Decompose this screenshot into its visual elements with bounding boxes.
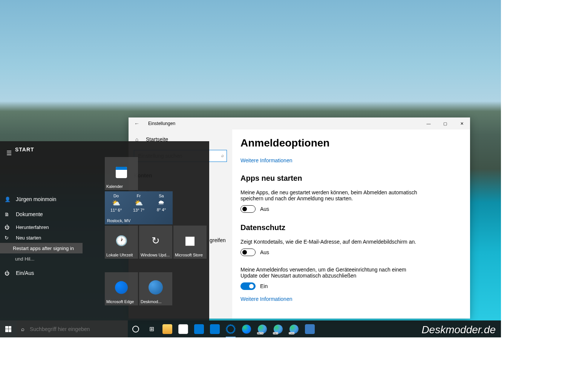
back-button[interactable]: ← (129, 117, 145, 130)
power-toggle[interactable]: ⏻ Ein/Aus (0, 265, 83, 281)
toggle-auto-finish-label: Ein (260, 283, 268, 289)
windows-logo-icon (5, 326, 11, 332)
taskbar-edge-dev[interactable] (270, 320, 286, 337)
clock-globe-icon: 🕐 (115, 235, 127, 247)
tile-label: Microsoft Edge (106, 299, 136, 304)
window-title: Einstellungen (148, 121, 175, 126)
taskbar-taskview[interactable]: ⊞ (144, 320, 159, 337)
edge-dev-icon (274, 325, 283, 334)
tile-windows-update[interactable]: ↻ Windows Upd... (139, 226, 172, 259)
apps-restart-desc: Meine Apps, die neu gestartet werden kön… (240, 189, 421, 201)
taskbar-store[interactable] (175, 320, 191, 337)
power-shutdown[interactable]: ⏻ Herunterfahren (0, 222, 83, 232)
tile-label: Deskmod... (141, 299, 171, 304)
user-icon: 👤 (5, 197, 11, 202)
titlebar: ← Einstellungen — ▢ ✕ (129, 117, 470, 130)
start-user[interactable]: 👤 Jürgen moinmoin (0, 192, 83, 207)
tile-label: Kalender (106, 184, 136, 189)
tile-deskmodder[interactable]: Deskmod... (139, 272, 172, 305)
edge-beta-icon (258, 325, 267, 334)
tile-label: Lokale Uhrzeit (106, 253, 136, 257)
page-title: Anmeldeoptionen (240, 137, 462, 149)
app-icon (305, 324, 315, 334)
power-restart-apps-label: Restart apps after signing in (13, 246, 74, 251)
start-help-fragment: und Hil... (0, 253, 83, 264)
taskbar-settings[interactable] (223, 320, 239, 337)
taskbar-explorer[interactable] (159, 320, 175, 337)
weather-icon: ⛅ (135, 199, 143, 207)
start-tiles: Kalender Do⛅11° 6° Fr⛅13° 7° Sa🌧8° 4° Ro… (105, 157, 207, 305)
tile-calendar[interactable]: Kalender (105, 157, 138, 190)
taskbar-search-input[interactable] (30, 326, 123, 332)
section-privacy: Datenschutz (240, 223, 462, 232)
settings-text-fragment: greifen (210, 237, 226, 243)
privacy-desc1: Zeigt Kontodetails, wie die E-Mail-Adres… (240, 239, 421, 245)
weather-icon: ⛅ (112, 199, 120, 207)
store-icon (178, 324, 188, 334)
taskbar-app[interactable] (302, 320, 318, 337)
taskbar-mail[interactable] (207, 320, 223, 337)
minimize-button[interactable]: — (420, 117, 437, 130)
power-restart[interactable]: ↻ Neu starten (0, 232, 83, 243)
weather-icon: 🌧 (158, 199, 165, 207)
watermark: Deskmodder.de (421, 324, 496, 336)
start-menu: START ☰ 👤 Jürgen moinmoin 🗎 Dokumente ⏻ … (0, 141, 209, 320)
start-user-label: Jürgen moinmoin (16, 196, 56, 202)
settings-content: Anmeldeoptionen Weitere Informationen Ap… (232, 130, 470, 319)
restart-icon: ↻ (5, 235, 11, 241)
outlook-icon (194, 324, 204, 334)
power-restart-label: Neu starten (16, 235, 41, 241)
update-icon: ↻ (152, 235, 160, 247)
power-icon: ⏻ (5, 270, 11, 276)
section-apps-restart: Apps neu starten (240, 174, 462, 183)
maximize-button[interactable]: ▢ (437, 117, 453, 130)
taskbar-cortana[interactable] (128, 320, 144, 337)
taskbar-edge[interactable] (239, 320, 254, 337)
tile-local-time[interactable]: 🕐 Lokale Uhrzeit (105, 226, 138, 259)
edge-canary-icon (289, 325, 299, 334)
tile-label: Microsoft Store (175, 253, 205, 257)
edge-icon (115, 281, 128, 294)
start-header: START (15, 146, 34, 153)
folder-icon (162, 324, 172, 334)
tile-edge[interactable]: Microsoft Edge (105, 272, 138, 305)
search-icon: ⌕ (21, 326, 25, 332)
taskbar-edge-beta[interactable] (254, 320, 270, 337)
taskbar-search[interactable]: ⌕ (17, 320, 128, 337)
weather-location: Rostock, MV (107, 218, 130, 223)
documents-icon: 🗎 (5, 212, 11, 217)
start-button[interactable] (0, 320, 17, 337)
store-icon (185, 237, 195, 246)
toggle-show-account[interactable] (240, 249, 256, 256)
tile-label: Windows Upd... (141, 253, 171, 257)
search-icon: ⌕ (221, 153, 224, 158)
start-documents-label: Dokumente (16, 211, 43, 217)
edge-icon (242, 325, 251, 334)
mail-icon (210, 324, 220, 334)
settings-icon (227, 325, 235, 333)
more-info-link[interactable]: Weitere Informationen (240, 157, 462, 163)
toggle-apps-restart-label: Aus (260, 206, 269, 212)
tile-store[interactable]: Microsoft Store (173, 226, 207, 259)
power-restart-apps[interactable]: Restart apps after signing in (0, 243, 83, 253)
power-icon: ⏻ (5, 224, 11, 230)
more-info-link-2[interactable]: Weitere Informationen (240, 296, 462, 302)
privacy-desc2: Meine Anmeldeinfos verwenden, um die Ger… (240, 267, 421, 279)
thunderbird-icon (149, 280, 163, 294)
taskview-icon: ⊞ (149, 325, 154, 333)
calendar-icon (116, 167, 127, 178)
toggle-show-account-label: Aus (260, 249, 269, 255)
taskbar-outlook[interactable] (191, 320, 207, 337)
taskbar-edge-canary[interactable] (286, 320, 302, 337)
tile-weather[interactable]: Do⛅11° 6° Fr⛅13° 7° Sa🌧8° 4° Rostock, MV (105, 191, 173, 224)
power-shutdown-label: Herunterfahren (16, 224, 49, 230)
cortana-icon (132, 326, 139, 333)
power-toggle-label: Ein/Aus (16, 270, 34, 276)
toggle-apps-restart[interactable] (240, 205, 256, 213)
close-button[interactable]: ✕ (453, 117, 470, 130)
toggle-auto-finish[interactable] (240, 282, 256, 290)
start-documents[interactable]: 🗎 Dokumente (0, 207, 83, 222)
